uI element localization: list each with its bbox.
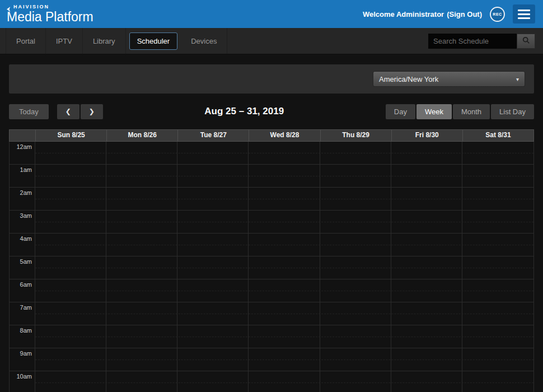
calendar-cell[interactable] <box>391 188 462 210</box>
next-week-button[interactable]: ❯ <box>81 104 103 119</box>
calendar-cell[interactable] <box>320 234 391 256</box>
calendar-cell[interactable] <box>249 279 320 302</box>
timezone-select[interactable]: America/New York ▾ <box>373 71 525 87</box>
calendar-cell[interactable] <box>391 302 462 325</box>
calendar-hour-row: 9am <box>10 348 533 371</box>
calendar-cell[interactable] <box>391 234 462 256</box>
calendar-cell[interactable] <box>391 371 462 392</box>
calendar-cell[interactable] <box>106 348 177 371</box>
hamburger-bar <box>518 17 530 19</box>
nav-tab-portal[interactable]: Portal <box>6 28 46 54</box>
calendar-cell[interactable] <box>462 165 533 187</box>
search-input[interactable] <box>428 34 517 49</box>
calendar-cell[interactable] <box>106 302 177 325</box>
nav-tab-devices[interactable]: Devices <box>181 28 227 54</box>
calendar-cell[interactable] <box>462 371 533 392</box>
calendar-cell[interactable] <box>249 188 320 210</box>
calendar-cell[interactable] <box>106 165 177 187</box>
calendar-cell[interactable] <box>462 188 533 210</box>
calendar-cell[interactable] <box>106 211 177 233</box>
calendar-cell[interactable] <box>177 165 249 187</box>
calendar-cell[interactable] <box>249 165 320 187</box>
calendar-cell[interactable] <box>177 302 249 325</box>
hamburger-menu-button[interactable] <box>513 4 535 24</box>
calendar-cell[interactable] <box>249 234 320 256</box>
nav-tab-library[interactable]: Library <box>83 28 126 54</box>
calendar-cell[interactable] <box>35 256 106 279</box>
calendar-cell[interactable] <box>249 302 320 325</box>
calendar-cell[interactable] <box>249 256 320 279</box>
calendar-cell[interactable] <box>35 188 106 210</box>
calendar-cell[interactable] <box>106 371 177 392</box>
calendar-cell[interactable] <box>391 325 462 348</box>
calendar-cell[interactable] <box>35 142 106 164</box>
calendar-cell[interactable] <box>462 325 533 348</box>
prev-week-button[interactable]: ❮ <box>57 104 79 119</box>
calendar-cell[interactable] <box>177 142 249 164</box>
calendar-cell[interactable] <box>177 279 249 302</box>
view-listday-button[interactable]: List Day <box>491 104 534 119</box>
calendar-cell[interactable] <box>106 256 177 279</box>
calendar-cell[interactable] <box>391 348 462 371</box>
calendar-cell[interactable] <box>177 256 249 279</box>
calendar-cell[interactable] <box>391 165 462 187</box>
calendar-cell[interactable] <box>177 234 249 256</box>
calendar-cell[interactable] <box>391 211 462 233</box>
calendar-cell[interactable] <box>35 165 106 187</box>
calendar-cell[interactable] <box>462 302 533 325</box>
sign-out-link[interactable]: (Sign Out) <box>447 10 482 18</box>
hamburger-bar <box>518 13 530 15</box>
calendar-cell[interactable] <box>320 348 391 371</box>
nav-tab-scheduler[interactable]: Scheduler <box>129 32 178 50</box>
calendar-cell[interactable] <box>106 142 177 164</box>
calendar-cell[interactable] <box>177 371 249 392</box>
calendar-cell[interactable] <box>249 325 320 348</box>
calendar-cell[interactable] <box>391 279 462 302</box>
calendar-cell[interactable] <box>462 142 533 164</box>
calendar-cell[interactable] <box>35 325 106 348</box>
calendar-cell[interactable] <box>320 188 391 210</box>
calendar-cell[interactable] <box>35 348 106 371</box>
calendar-cell[interactable] <box>462 279 533 302</box>
rec-indicator-badge[interactable]: REC <box>490 7 505 22</box>
calendar-cell[interactable] <box>177 348 249 371</box>
nav-tab-iptv[interactable]: IPTV <box>46 28 83 54</box>
view-day-button[interactable]: Day <box>386 104 415 119</box>
calendar-cell[interactable] <box>462 256 533 279</box>
calendar-cell[interactable] <box>35 302 106 325</box>
calendar-cell[interactable] <box>35 371 106 392</box>
calendar-cell[interactable] <box>391 142 462 164</box>
calendar-cell[interactable] <box>177 211 249 233</box>
search-button[interactable] <box>517 34 535 49</box>
calendar-cell[interactable] <box>320 211 391 233</box>
calendar-cell[interactable] <box>35 234 106 256</box>
calendar-cell[interactable] <box>320 279 391 302</box>
calendar-cell[interactable] <box>462 211 533 233</box>
calendar-cell[interactable] <box>35 279 106 302</box>
calendar-cell[interactable] <box>320 325 391 348</box>
calendar-cell[interactable] <box>106 325 177 348</box>
calendar-hour-row: 3am <box>10 211 533 234</box>
calendar-cell[interactable] <box>249 211 320 233</box>
calendar-cell[interactable] <box>320 142 391 164</box>
calendar-cell[interactable] <box>249 371 320 392</box>
calendar-cell[interactable] <box>177 325 249 348</box>
calendar-cell[interactable] <box>320 302 391 325</box>
calendar-cell[interactable] <box>106 234 177 256</box>
calendar-hour-row: 10am <box>10 371 533 392</box>
calendar-cell[interactable] <box>249 142 320 164</box>
calendar-cell[interactable] <box>177 188 249 210</box>
today-button[interactable]: Today <box>9 104 49 119</box>
calendar-cell[interactable] <box>249 348 320 371</box>
calendar-cell[interactable] <box>320 256 391 279</box>
calendar-cell[interactable] <box>320 371 391 392</box>
view-week-button[interactable]: Week <box>416 104 452 119</box>
view-month-button[interactable]: Month <box>453 104 490 119</box>
calendar-cell[interactable] <box>391 256 462 279</box>
calendar-cell[interactable] <box>35 211 106 233</box>
calendar-cell[interactable] <box>320 165 391 187</box>
calendar-cell[interactable] <box>106 279 177 302</box>
calendar-cell[interactable] <box>462 234 533 256</box>
calendar-cell[interactable] <box>106 188 177 210</box>
calendar-cell[interactable] <box>462 348 533 371</box>
